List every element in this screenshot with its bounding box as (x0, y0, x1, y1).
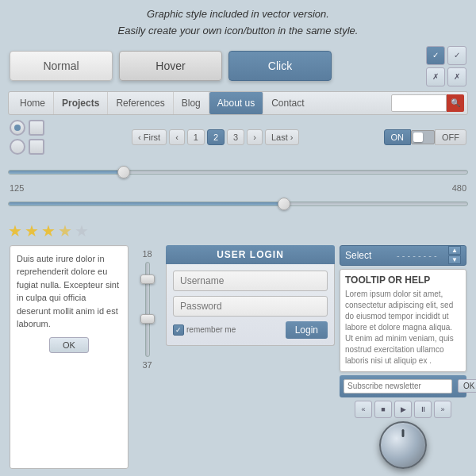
checkbox-square[interactable] (29, 120, 44, 136)
media-pause[interactable]: ⏸ (414, 401, 432, 418)
radio-filled[interactable] (10, 120, 25, 136)
small-wrench-btn[interactable]: ✗ (426, 67, 445, 86)
v-slider-thumb-top[interactable] (140, 274, 155, 284)
main-area: Duis aute irure dolor in reprehenderit d… (0, 244, 476, 470)
slider-fill-2 (9, 202, 284, 205)
bottom-row: ◆ Tag 26 « » (0, 474, 476, 476)
small-check-btn-1[interactable]: ✓ (426, 46, 445, 65)
slider-track-1 (8, 170, 468, 175)
select-box[interactable]: Select - - - - - - - - ▲ ▼ (340, 245, 466, 266)
nav-search-button[interactable]: 🔍 (447, 94, 464, 112)
nav-search: 🔍 (391, 94, 464, 112)
v-slider-top-value: 18 (142, 249, 152, 259)
login-button[interactable]: Login (286, 321, 328, 339)
small-buttons-grid: ✓ ✓ ✗ ✗ (426, 46, 466, 86)
v-slider-thumb-bottom[interactable] (140, 314, 155, 324)
toggle-track[interactable] (411, 130, 435, 144)
toggle-on-btn[interactable]: ON (384, 129, 412, 145)
middle-controls-row: ‹ First ‹ 1 2 3 › Last › ON OFF (0, 117, 476, 158)
subscribe-row: OK (340, 375, 466, 397)
nav-item-projects[interactable]: Projects (54, 92, 108, 114)
username-input[interactable] (173, 271, 328, 291)
tooltip-title: TOOLTIP OR HELP (345, 274, 461, 286)
nav-item-contact[interactable]: Contact (263, 92, 312, 114)
slider-section: 125 480 (0, 158, 476, 218)
nav-item-about[interactable]: About us (209, 92, 263, 114)
page-last-btn[interactable]: Last › (265, 129, 300, 145)
slider-labels-1: 125 480 (8, 183, 468, 193)
slider-fill-1 (9, 171, 124, 174)
select-down-arrow[interactable]: ▼ (448, 255, 461, 264)
header-line1: Graphic style included in vector version… (16, 6, 460, 23)
toggle-group: ON OFF (384, 129, 467, 145)
nav-bar: Home Projects References Blog About us C… (8, 91, 468, 115)
header-line2: Easily create your own icon/button in th… (16, 23, 460, 40)
slider-track-2 (8, 202, 468, 206)
v-slider-track (145, 262, 150, 357)
knob[interactable] (379, 421, 427, 469)
right-panel: Select - - - - - - - - ▲ ▼ TOOLTIP OR HE… (340, 245, 466, 469)
click-button[interactable]: Click (228, 51, 332, 81)
remember-checkbox[interactable]: ✓ (173, 324, 184, 336)
subscribe-ok-btn[interactable]: OK (458, 379, 476, 393)
select-label: Select (345, 250, 397, 261)
password-input[interactable] (173, 296, 328, 317)
vertical-slider-area: 18 37 (133, 245, 161, 469)
radio-empty[interactable] (10, 139, 25, 155)
select-up-arrow[interactable]: ▲ (448, 246, 461, 255)
text-panel: Duis aute irure dolor in reprehenderit d… (10, 245, 129, 469)
slider-thumb-1[interactable] (117, 166, 130, 178)
login-title: USER LOGIN (166, 245, 335, 264)
toggle-off-btn[interactable]: OFF (435, 129, 466, 145)
slider-container-2 (8, 196, 468, 212)
knob-indicator (402, 429, 405, 437)
star-4[interactable]: ★ (58, 221, 72, 240)
slider-value-right: 480 (452, 183, 466, 193)
slider-container-1 (8, 164, 468, 180)
star-1[interactable]: ★ (8, 221, 22, 240)
remember-me: ✓ remember me (173, 324, 236, 336)
media-stop[interactable]: ■ (374, 401, 392, 418)
nav-item-home[interactable]: Home (12, 92, 54, 114)
remember-label: remember me (186, 325, 236, 334)
tooltip-text: Lorem ipsum dolor sit amet, consectetur … (345, 289, 461, 367)
media-play[interactable]: ▶ (394, 401, 412, 418)
nav-item-blog[interactable]: Blog (174, 92, 209, 114)
small-check-btn-2[interactable]: ✓ (447, 46, 466, 65)
nav-search-input[interactable] (391, 94, 447, 112)
select-dashes: - - - - - - - - (397, 251, 448, 260)
page-1-btn[interactable]: 1 (187, 129, 205, 145)
page-next-btn[interactable]: › (247, 129, 263, 145)
header: Graphic style included in vector version… (0, 0, 476, 43)
login-footer: ✓ remember me Login (173, 321, 328, 339)
small-x-btn[interactable]: ✗ (447, 67, 466, 86)
stars-row: ★ ★ ★ ★ ★ (0, 218, 476, 244)
page-prev-btn[interactable]: ‹ (169, 129, 185, 145)
star-5[interactable]: ★ (75, 221, 89, 240)
v-slider-bottom-value: 37 (142, 360, 152, 370)
subscribe-input[interactable] (344, 379, 452, 393)
page-2-btn[interactable]: 2 (207, 129, 225, 145)
star-3[interactable]: ★ (41, 221, 56, 240)
icon-group (10, 120, 44, 155)
select-arrows: ▲ ▼ (448, 246, 461, 264)
text-panel-ok-btn[interactable]: OK (49, 337, 89, 353)
media-controls: « ■ ▶ ⏸ » (340, 401, 466, 418)
login-body: ✓ remember me Login (166, 264, 335, 346)
toggle-thumb (413, 132, 423, 142)
page-first-btn[interactable]: ‹ First (132, 129, 167, 145)
hover-button[interactable]: Hover (119, 51, 222, 81)
normal-button[interactable]: Normal (10, 51, 113, 81)
text-panel-content: Duis aute irure dolor in reprehenderit d… (17, 254, 119, 329)
page-3-btn[interactable]: 3 (227, 129, 244, 145)
checkbox-square-2[interactable] (29, 139, 44, 155)
knob-container (379, 421, 427, 469)
media-skip-back[interactable]: « (355, 401, 372, 418)
tooltip-box: TOOLTIP OR HELP Lorem ipsum dolor sit am… (340, 269, 466, 372)
media-skip-forward[interactable]: » (434, 401, 451, 418)
login-panel: USER LOGIN ✓ remember me Login (166, 245, 335, 469)
star-2[interactable]: ★ (25, 221, 39, 240)
slider-thumb-2[interactable] (278, 198, 290, 210)
nav-item-references[interactable]: References (108, 92, 173, 114)
slider-value-left: 125 (10, 183, 24, 193)
